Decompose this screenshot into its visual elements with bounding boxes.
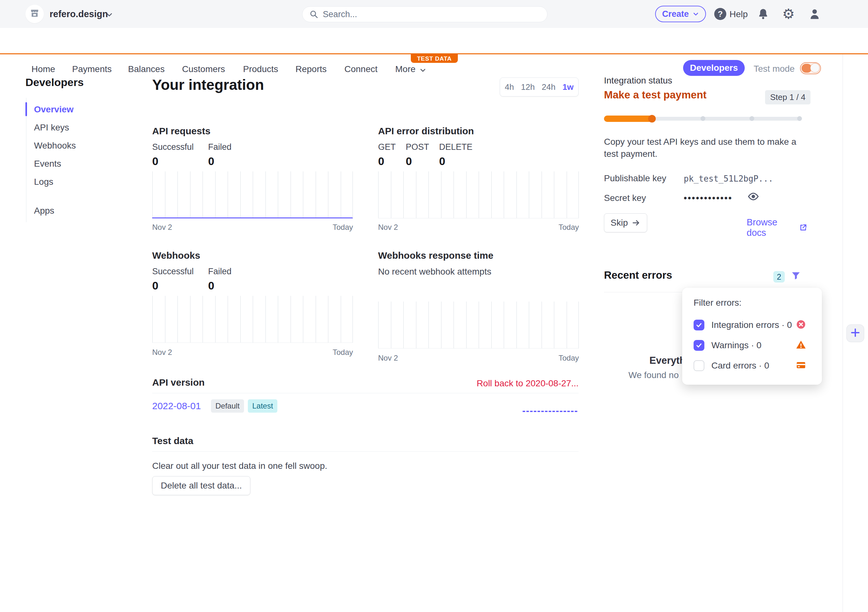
profile-avatar-icon[interactable] [808,8,821,22]
api-version-title: API version [152,377,205,388]
external-link-icon [799,224,807,232]
dashed-placeholder-line [522,411,577,412]
primary-nav: Home Payments Balances Customers Product… [0,28,868,54]
sidebar-item-webhooks[interactable]: Webhooks [26,136,128,155]
filter-funnel-icon[interactable] [790,270,801,283]
plus-icon [850,327,861,339]
account-switcher[interactable] [25,5,44,23]
right-rail-divider [843,54,843,612]
help-label[interactable]: Help [730,9,748,19]
chevron-down-icon [693,11,699,17]
errors-empty-title: Everyth [649,355,686,366]
chart-start-date: Nov 2 [378,223,398,232]
nav-item-home[interactable]: Home [31,64,55,74]
section-divider [152,393,578,393]
filter-row-warnings[interactable]: Warnings · 0 [694,339,811,352]
chart-end-date: Today [333,348,353,357]
chart-start-date: Nov 2 [378,354,398,363]
filter-row-integration-errors[interactable]: Integration errors · 0 [694,319,811,331]
chart-title-api-requests: API requests [152,126,210,136]
filter-errors-popup: Filter errors: Integration errors · 0 Wa… [682,287,822,385]
metric-value: 0 [152,155,158,168]
latest-badge: Latest [248,399,277,413]
metric-value: 0 [378,155,384,168]
sidebar-item-logs[interactable]: Logs [26,173,128,191]
notifications-bell-icon[interactable] [757,8,769,22]
metric-label: POST [406,142,429,152]
sidebar-item-apps[interactable]: Apps [26,202,128,219]
stripe-dashboard: refero.design Search... Create ? Help ⚙ … [0,0,868,612]
metric-label: Failed [208,142,232,152]
progress-marker [750,116,754,121]
metric-value: 0 [208,155,214,168]
filter-row-card-errors[interactable]: Card errors · 0 [694,359,811,372]
sidebar-item-api-keys[interactable]: API keys [26,118,128,136]
test-mode-toggle[interactable] [800,62,821,74]
browse-docs-link[interactable]: Browse docs [747,217,807,238]
settings-gear-icon[interactable]: ⚙ [782,7,795,21]
progress-current-dot [648,115,656,122]
integration-status-subtitle: Make a test payment [604,89,707,101]
create-button[interactable]: Create [655,6,706,22]
api-version-link[interactable]: 2022-08-01 [152,400,201,411]
add-panel-button[interactable] [846,325,864,342]
time-range-selector: 4h 12h 24h 1w [500,77,578,96]
chart-start-date: Nov 2 [152,223,172,232]
filter-label: Integration errors · 0 [711,320,792,330]
nav-item-connect[interactable]: Connect [344,64,377,74]
checkbox-checked[interactable] [694,320,704,331]
default-badge: Default [211,399,244,413]
publishable-key-value[interactable]: pk_test_51L2bgP... [684,174,773,184]
skip-button[interactable]: Skip [604,213,647,232]
filter-popup-title: Filter errors: [694,298,742,308]
chart-title-webhooks-response: Webhooks response time [378,250,493,261]
nav-item-customers[interactable]: Customers [182,64,225,74]
nav-item-products[interactable]: Products [243,64,278,74]
delete-test-data-label: Delete all test data... [161,481,242,491]
nav-item-reports[interactable]: Reports [296,64,327,74]
developers-pill-button[interactable]: Developers [683,60,745,76]
skip-label: Skip [611,218,628,228]
chevron-down-icon[interactable] [105,11,113,20]
range-12h[interactable]: 12h [521,82,535,92]
metric-label: Successful [152,142,194,152]
range-1w[interactable]: 1w [563,82,574,92]
checkbox-unchecked[interactable] [694,360,704,371]
errors-empty-description: We found no [628,370,679,380]
rollback-link[interactable]: Roll back to 2020-08-27... [477,379,578,388]
checkbox-checked[interactable] [694,340,704,351]
range-4h[interactable]: 4h [505,82,514,92]
metric-value: 0 [208,279,214,292]
webhooks-chart [152,296,353,343]
delete-test-data-button[interactable]: Delete all test data... [152,476,250,495]
recent-errors-count-badge: 2 [773,271,785,283]
search-input[interactable]: Search... [302,6,547,22]
secret-key-label: Secret key [604,193,646,203]
chart-end-date: Today [558,223,579,232]
sidebar-nav: Overview API keys Webhooks Events Logs A… [26,98,128,222]
chevron-down-icon[interactable] [419,66,426,75]
sidebar-item-overview[interactable]: Overview [26,100,128,118]
test-data-title: Test data [152,436,193,446]
reveal-eye-icon[interactable] [747,190,760,204]
step-chip: Step 1 / 4 [765,90,811,104]
metric-label: Successful [152,267,194,277]
nav-item-more[interactable]: More [395,64,415,74]
test-data-badge: TEST DATA [411,54,458,63]
chart-start-date: Nov 2 [152,348,172,357]
sidebar-item-events[interactable]: Events [26,155,128,173]
sidebar-gap [26,191,128,202]
browse-docs-label: Browse docs [747,217,796,238]
test-mode-label: Test mode [753,64,795,74]
nav-item-payments[interactable]: Payments [72,64,112,74]
nav-item-balances[interactable]: Balances [128,64,164,74]
secret-key-value: •••••••••••• [684,193,733,203]
help-icon[interactable]: ? [714,8,726,20]
chart-end-date: Today [558,354,579,363]
range-24h[interactable]: 24h [542,82,555,92]
search-placeholder: Search... [323,9,357,19]
filter-label: Warnings · 0 [711,340,761,351]
account-name[interactable]: refero.design [50,9,108,19]
sidebar-title: Developers [25,76,84,88]
recent-errors-title: Recent errors [604,269,672,281]
